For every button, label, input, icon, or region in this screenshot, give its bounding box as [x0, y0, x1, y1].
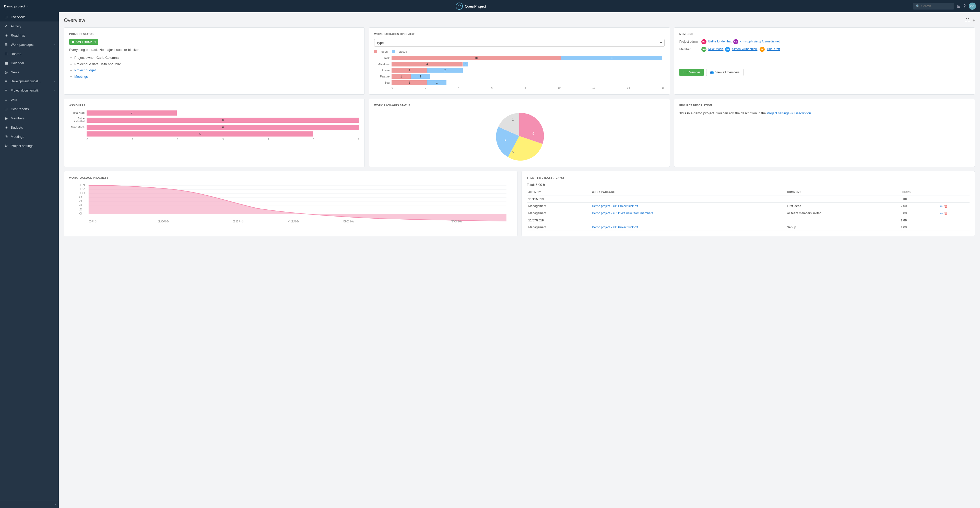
meetings-link[interactable]: Meetings	[74, 75, 88, 78]
sidebar-item-proj-documentation[interactable]: ≡ Project documentati... ›	[0, 86, 59, 95]
comment-cell: All team members invited	[785, 210, 899, 217]
edit-icon[interactable]: ✏	[940, 211, 943, 215]
proj-desc-mid: You can edit the description in the	[716, 111, 767, 115]
project-name[interactable]: Demo project	[4, 4, 25, 8]
main-content: Overview ⛶ + PROJECT STATUS ON TRACK ▾ E…	[59, 12, 980, 508]
help-icon[interactable]: ?	[963, 4, 966, 8]
wp-progress-title: WORK PACKAGE PROGRESS	[69, 176, 512, 179]
proj-desc-title: PROJECT DESCRIPTION	[679, 104, 969, 107]
sidebar-item-boards[interactable]: ⊞ Boards ›	[0, 49, 59, 58]
table-row: Management Demo project - #1: Project ki…	[527, 224, 970, 231]
hours-cell: 2.00	[899, 203, 939, 210]
sidebar-item-wiki[interactable]: ≡ Wiki ›	[0, 95, 59, 104]
member-name-birthe[interactable]: Birthe Lindenthal	[708, 40, 731, 43]
grid-icon[interactable]: ⊞	[957, 4, 960, 9]
expand-icon[interactable]: ⛶	[966, 18, 969, 23]
sidebar-item-dev-guidelines[interactable]: ≡ Development guideli... ›	[0, 77, 59, 86]
member-name-christoph[interactable]: christoph.zierz@zzmedia.net	[740, 40, 780, 43]
wp-progress-chart: 14 12 10 8 6 4 2 0	[69, 183, 512, 224]
empty-cell	[590, 217, 786, 224]
avatar[interactable]: CC	[969, 3, 976, 10]
status-badge[interactable]: ON TRACK ▾	[69, 39, 98, 45]
bar-track: 2 1	[391, 80, 664, 85]
search-box[interactable]: 🔍	[913, 3, 954, 10]
add-icon[interactable]: +	[973, 18, 975, 23]
members-card: MEMBERS Project admin BL Birthe Lindenth…	[674, 27, 975, 94]
wp-type-select[interactable]: Type Status Priority	[374, 39, 664, 46]
pie-chart: 9 5 4 1	[494, 110, 545, 161]
boards-icon: ⊞	[4, 52, 8, 56]
bar-track: 6	[87, 125, 360, 129]
svg-text:36%: 36%	[232, 220, 243, 223]
svg-text:2: 2	[79, 208, 82, 211]
svg-text:4: 4	[79, 204, 82, 207]
bar-label: Task	[374, 56, 390, 59]
owner-value: Carla Columna	[97, 56, 119, 59]
sidebar-item-work-packages[interactable]: ⊟ Work packages ›	[0, 40, 59, 49]
progress-area	[89, 185, 506, 221]
sidebar-collapse-icon[interactable]: ‹	[55, 502, 56, 506]
roadmap-icon: ◈	[4, 33, 8, 37]
news-icon: ◎	[4, 70, 8, 74]
member-name-mike[interactable]: Mike Moch	[708, 47, 723, 51]
date-row-1111: 11/11/2019 5.00	[527, 196, 970, 203]
add-member-button[interactable]: + + Member	[679, 69, 704, 76]
bar-row-feature: Feature 1 1	[374, 74, 664, 79]
delete-icon[interactable]: 🗑	[944, 204, 947, 208]
delete-icon[interactable]: 🗑	[944, 211, 947, 215]
edit-icon[interactable]: ✏	[940, 204, 943, 208]
table-header-row: ACTIVITY WORK PACKAGE COMMENT HOURS	[527, 190, 970, 196]
project-dropdown-icon[interactable]: ▾	[27, 5, 29, 8]
project-budget-link[interactable]: Project budget	[74, 68, 96, 72]
wp-status-card: WORK PACKAGES STATUS 9 5 4 1	[369, 99, 670, 167]
sidebar-item-meetings[interactable]: ◎ Meetings	[0, 132, 59, 141]
pie-chart-container: 9 5 4 1	[374, 110, 664, 161]
search-input[interactable]	[921, 4, 951, 8]
sidebar-item-cost-reports[interactable]: ⊞ Cost reports	[0, 104, 59, 113]
members-icon: ◉	[4, 116, 8, 120]
topbar: Demo project ▾ OpenProject 🔍 ⊞ ? CC	[0, 0, 980, 12]
add-member-label: + Member	[686, 70, 700, 74]
sidebar-item-label: Wiki	[11, 98, 51, 102]
sidebar-item-news[interactable]: ◎ News	[0, 67, 59, 77]
wp-cell: Demo project - #1: Project kick-off	[590, 203, 786, 210]
wp-cell: Demo project - #6: Invite new team membe…	[590, 210, 786, 217]
sidebar-item-label: Meetings	[11, 135, 55, 139]
member-name-tina[interactable]: Tina Kraft	[767, 47, 780, 51]
search-icon: 🔍	[916, 4, 920, 8]
bar-closed: 0	[463, 62, 468, 67]
pie-label-inprogress: 5	[512, 150, 514, 154]
sidebar-item-calendar[interactable]: ▦ Calendar	[0, 58, 59, 67]
sidebar-item-label: News	[11, 70, 55, 74]
proj-desc-link[interactable]: Project settings -> Description.	[767, 111, 812, 115]
member-name-simon[interactable]: Simon Wunderlich,	[732, 47, 758, 51]
svg-text:8: 8	[79, 196, 82, 199]
wp-link[interactable]: Demo project - #6: Invite new team membe…	[592, 211, 653, 215]
members-member-row: Member MM Mike Moch, SW Simon Wunderlich…	[679, 47, 969, 52]
sidebar-item-activity[interactable]: ✓ Activity	[0, 21, 59, 31]
assignee-row-birthe: Birthe Lindenthal 6	[69, 117, 360, 123]
assignee-bar: 5	[87, 131, 313, 137]
sidebar-item-members[interactable]: ◉ Members	[0, 113, 59, 123]
sidebar-item-roadmap[interactable]: ◈ Roadmap	[0, 31, 59, 40]
sidebar-item-label: Budgets	[11, 126, 55, 129]
pie-label-new: 9	[533, 132, 534, 136]
assignee-row-mike: Mike Moch 6	[69, 125, 360, 129]
sidebar-item-label: Members	[11, 116, 55, 120]
status-link-meetings[interactable]: Meetings	[74, 73, 360, 80]
sidebar-item-budgets[interactable]: ◈ Budgets	[0, 123, 59, 132]
sidebar-item-label: Project settings	[11, 144, 55, 148]
plus-icon: +	[683, 70, 685, 74]
wp-link[interactable]: Demo project - #1: Project kick-off	[592, 225, 638, 229]
sidebar-item-project-settings[interactable]: ⚙ Project settings	[0, 141, 59, 150]
view-all-members-button[interactable]: 👥 View all members	[706, 69, 743, 76]
col-actions	[939, 190, 970, 196]
bar-track: 6	[87, 118, 360, 122]
sidebar-item-label: Calendar	[11, 61, 55, 65]
member-avatar-sw: SW	[725, 47, 730, 52]
wp-link[interactable]: Demo project - #1: Project kick-off	[592, 204, 638, 208]
status-link-budget[interactable]: Project budget	[74, 67, 360, 73]
table-row: Management Demo project - #1: Project ki…	[527, 203, 970, 210]
due-value: 15th April 2020	[100, 62, 123, 66]
sidebar-item-overview[interactable]: ⊞ Overview	[0, 12, 59, 21]
